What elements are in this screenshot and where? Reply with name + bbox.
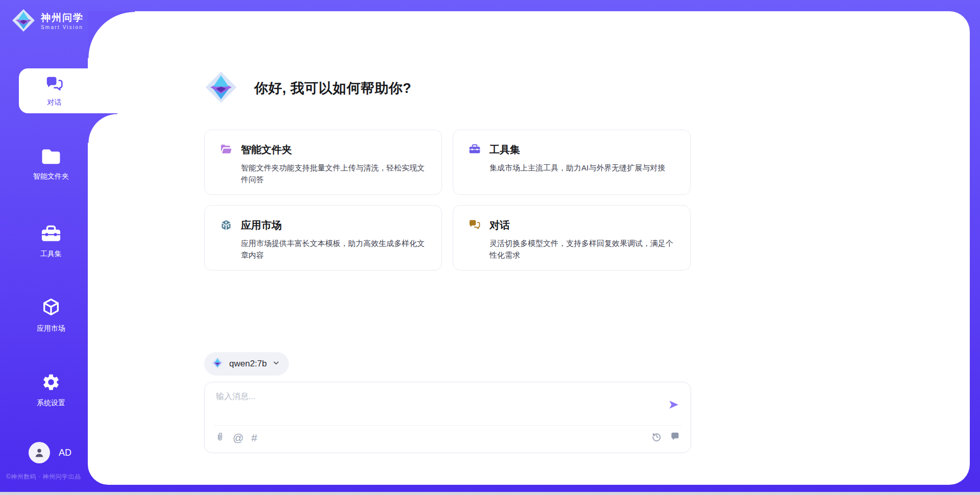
composer-tools-left: @ # xyxy=(215,431,257,444)
app-window: 神州问学 Smart Vision 对话 智能文件夹 xyxy=(0,0,980,495)
mention-button[interactable]: @ xyxy=(233,432,243,443)
cube-icon xyxy=(41,297,61,319)
chat-bubbles-icon xyxy=(469,219,481,270)
sidebar-item-label: 应用市场 xyxy=(37,324,65,333)
attach-file-button[interactable] xyxy=(215,431,225,444)
toolbox-icon xyxy=(469,143,481,194)
paperclip-icon xyxy=(215,431,225,444)
segmented-cube-icon xyxy=(220,219,232,270)
sidebar-item-label: 对话 xyxy=(47,98,62,107)
card-chat[interactable]: 对话 灵活切换多模型文件，支持多样回复效果调试，满足个性化需求 xyxy=(453,205,691,270)
history-button[interactable] xyxy=(651,431,662,443)
brand-subtitle: Smart Vision xyxy=(41,24,84,30)
card-smart-folder[interactable]: 智能文件夹 智能文件夹功能支持批量文件上传与清洗，轻松实现文件问答 xyxy=(204,130,442,195)
sidebar-item-label: 智能文件夹 xyxy=(33,172,69,181)
sidebar-item-toolset[interactable]: 工具集 xyxy=(13,225,89,259)
card-title: 智能文件夹 xyxy=(241,143,428,157)
card-app-market[interactable]: 应用市场 应用市场提供丰富长文本模板，助力高效生成多样化文章内容 xyxy=(204,205,442,270)
sidebar-curve-bottom xyxy=(88,113,117,143)
user-name: AD xyxy=(59,448,71,458)
sidebar-item-chat[interactable]: 对话 xyxy=(19,68,90,113)
chat-solid-icon xyxy=(670,431,680,443)
main-content: 你好, 我可以如何帮助你? 智能文件夹 智能文件夹功能支持批量文件上传与清洗，轻… xyxy=(204,0,691,495)
model-diamond-logo-icon xyxy=(211,357,224,371)
card-title: 工具集 xyxy=(489,143,665,157)
message-composer: @ # xyxy=(204,382,691,453)
feature-cards: 智能文件夹 智能文件夹功能支持批量文件上传与清洗，轻松实现文件问答 工具集 xyxy=(204,130,691,270)
model-name: qwen2:7b xyxy=(229,359,267,369)
hashtag-button[interactable]: # xyxy=(251,432,257,443)
greeting-title: 你好, 我可以如何帮助你? xyxy=(254,79,411,97)
message-input[interactable] xyxy=(215,390,656,420)
brand-title: 神州问学 xyxy=(41,13,84,23)
brand-logo-block: 神州问学 Smart Vision xyxy=(11,8,84,35)
window-bottom-edge xyxy=(0,492,980,495)
card-description: 集成市场上主流工具，助力AI与外界无缝扩展与对接 xyxy=(489,162,665,174)
card-title: 对话 xyxy=(489,218,677,232)
chevron-down-icon xyxy=(273,359,280,368)
sidebar-item-label: 系统设置 xyxy=(37,399,65,408)
sidebar-item-app-market[interactable]: 应用市场 xyxy=(13,297,89,333)
sidebar-item-label: 工具集 xyxy=(40,250,62,259)
brand-diamond-logo-icon xyxy=(11,8,36,35)
sidebar-curve-top xyxy=(88,11,135,58)
user-account[interactable]: AD xyxy=(29,442,71,463)
folder-open-icon xyxy=(220,143,232,194)
avatar xyxy=(29,442,50,463)
chat-bubbles-icon xyxy=(45,75,64,94)
card-description: 灵活切换多模型文件，支持多样回复效果调试，满足个性化需求 xyxy=(489,237,677,261)
toolbox-icon xyxy=(40,225,62,245)
sidebar-item-settings[interactable]: 系统设置 xyxy=(13,373,89,408)
sidebar-item-smart-folder[interactable]: 智能文件夹 xyxy=(13,148,89,181)
model-selector[interactable]: qwen2:7b xyxy=(204,352,289,376)
sidebar-footer-credit: ©神州数码 · 神州问学出品 xyxy=(6,473,93,481)
send-button[interactable] xyxy=(667,399,680,412)
composer-divider xyxy=(214,425,681,426)
hash-icon: # xyxy=(251,432,257,443)
composer-tools-right xyxy=(651,431,680,443)
card-description: 智能文件夹功能支持批量文件上传与清洗，轻松实现文件问答 xyxy=(241,162,428,186)
greeting-block: 你好, 我可以如何帮助你? xyxy=(204,70,411,106)
card-toolset[interactable]: 工具集 集成市场上主流工具，助力AI与外界无缝扩展与对接 xyxy=(453,130,691,195)
at-icon: @ xyxy=(233,432,243,443)
history-clock-icon xyxy=(651,431,662,443)
card-description: 应用市场提供丰富长文本模板，助力高效生成多样化文章内容 xyxy=(241,237,428,261)
feedback-button[interactable] xyxy=(670,431,680,443)
folder-icon xyxy=(41,148,61,167)
greeting-diamond-logo-icon xyxy=(204,70,238,106)
gear-icon xyxy=(41,373,61,394)
card-title: 应用市场 xyxy=(241,218,428,232)
